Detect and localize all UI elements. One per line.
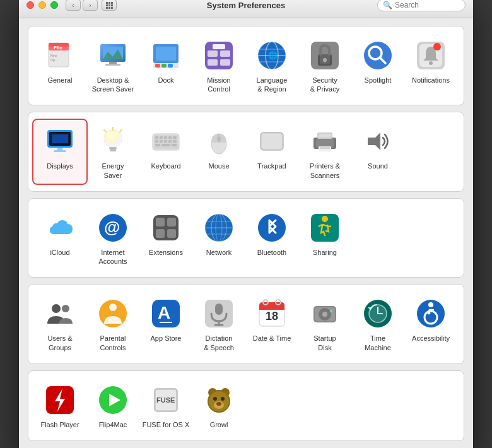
pref-internet-accounts[interactable]: @ InternetAccounts [86,206,139,270]
timemachine-icon [363,298,393,329]
section-hardware: Displays [28,112,464,192]
close-button[interactable] [26,1,34,9]
icloud-icon [45,213,75,243]
mission-label: MissionControl [207,76,230,94]
pref-notifications[interactable]: Notifications [404,34,457,98]
pref-parental[interactable]: ParentalControls [86,292,139,356]
pref-dock[interactable]: Dock [139,34,192,98]
pref-timemachine[interactable]: TimeMachine [351,292,404,356]
pref-fuse[interactable]: FUSE FUSE for OS X [139,379,192,433]
language-label: Language& Region [257,76,288,94]
svg-text:18: 18 [266,310,278,322]
pref-keyboard[interactable]: Keyboard [139,120,192,184]
pref-spotlight[interactable]: Spotlight [351,34,404,98]
traffic-lights [26,1,58,9]
svg-rect-63 [155,140,158,143]
maximize-button[interactable] [50,1,58,9]
pref-appstore[interactable]: A App Store [139,292,192,356]
pref-printers[interactable]: Printers &Scanners [298,120,351,184]
extensions-label: Extensions [149,248,183,257]
section-personal: File New Op... General [28,26,464,106]
pref-flip4mac[interactable]: Flip4Mac [86,379,139,433]
all-prefs-button[interactable] [102,0,117,11]
svg-rect-90 [167,229,176,238]
window-title: System Preferences [207,1,285,10]
pref-users[interactable]: Users &Groups [33,292,86,356]
parental-icon [98,298,128,329]
svg-line-55 [104,130,106,132]
svg-point-101 [52,304,61,313]
users-label: Users &Groups [47,334,72,352]
dock-label: Dock [158,76,173,85]
pref-accessibility[interactable]: Accessibility [404,292,457,356]
mission-icon [204,40,234,71]
appstore-icon: A [151,298,181,329]
svg-rect-79 [319,134,331,138]
pref-sharing[interactable]: Sharing [298,206,351,270]
trackpad-icon [257,126,287,156]
growl-label: Growl [210,420,228,429]
pref-security[interactable]: Security& Privacy [298,34,351,98]
svg-point-73 [217,136,221,141]
svg-text:File: File [54,45,62,50]
svg-point-121 [322,312,327,317]
pref-bluetooth[interactable]: Bluetooth [245,206,298,270]
pref-extensions[interactable]: Extensions [139,206,192,270]
svg-rect-21 [208,59,218,66]
pref-datetime[interactable]: 18 Date & Time [245,292,298,356]
svg-rect-88 [167,218,176,227]
svg-point-104 [109,304,117,311]
sound-label: Sound [368,162,388,170]
pref-displays[interactable]: Displays [33,120,86,184]
back-button[interactable]: ‹ [66,0,81,11]
bluetooth-label: Bluetooth [257,248,286,257]
svg-point-145 [221,397,225,401]
pref-mouse[interactable]: Mouse [192,120,245,184]
system-preferences-window: ‹ › System Preferences 🔍 [19,0,473,448]
pref-trackpad[interactable]: Trackpad [245,120,298,184]
icloud-label: iCloud [50,248,69,257]
pref-icloud[interactable]: iCloud [33,206,86,270]
pref-sound[interactable]: Sound [351,120,404,184]
svg-rect-13 [156,47,176,61]
dictation-label: Dictation& Speech [204,334,234,352]
displays-icon [45,126,75,156]
mouse-icon [204,126,234,156]
titlebar: ‹ › System Preferences 🔍 [19,0,473,18]
svg-rect-11 [105,64,120,66]
sharing-icon [310,213,340,243]
minimize-button[interactable] [38,1,46,9]
svg-point-36 [364,42,392,69]
section-system: Users &Groups ParentalControls [28,284,464,364]
pref-mission[interactable]: MissionControl [192,34,245,98]
mouse-label: Mouse [208,162,229,170]
pref-general[interactable]: File New Op... General [33,34,86,98]
svg-rect-46 [52,134,68,143]
pref-energy[interactable]: EnergySaver [86,120,139,184]
desktop-icon [98,40,128,71]
pref-desktop[interactable]: Desktop &Screen Saver [86,34,139,98]
svg-point-41 [429,61,433,65]
notifications-label: Notifications [412,76,450,85]
security-icon [310,40,340,71]
pref-startup[interactable]: StartupDisk [298,292,351,356]
dictation-icon [204,298,234,329]
sharing-label: Sharing [313,248,337,257]
section-internet: iCloud @ InternetAccounts [28,198,464,278]
pref-dictation[interactable]: Dictation& Speech [192,292,245,356]
svg-rect-77 [316,139,334,148]
network-label: Network [206,248,231,257]
flip4mac-label: Flip4Mac [99,420,127,429]
energy-icon [98,126,128,156]
pref-language[interactable]: 🌐 Language& Region [245,34,298,98]
svg-text:🌐: 🌐 [268,50,278,60]
svg-rect-17 [168,64,173,68]
search-bar[interactable]: 🔍 [377,0,466,11]
forward-button[interactable]: › [83,0,98,11]
grid-icon [106,2,113,9]
pref-growl[interactable]: Growl [192,379,245,433]
search-input[interactable] [395,1,460,9]
pref-flash[interactable]: Flash Player [33,379,86,433]
pref-network[interactable]: Network [192,206,245,270]
svg-rect-51 [109,147,117,150]
